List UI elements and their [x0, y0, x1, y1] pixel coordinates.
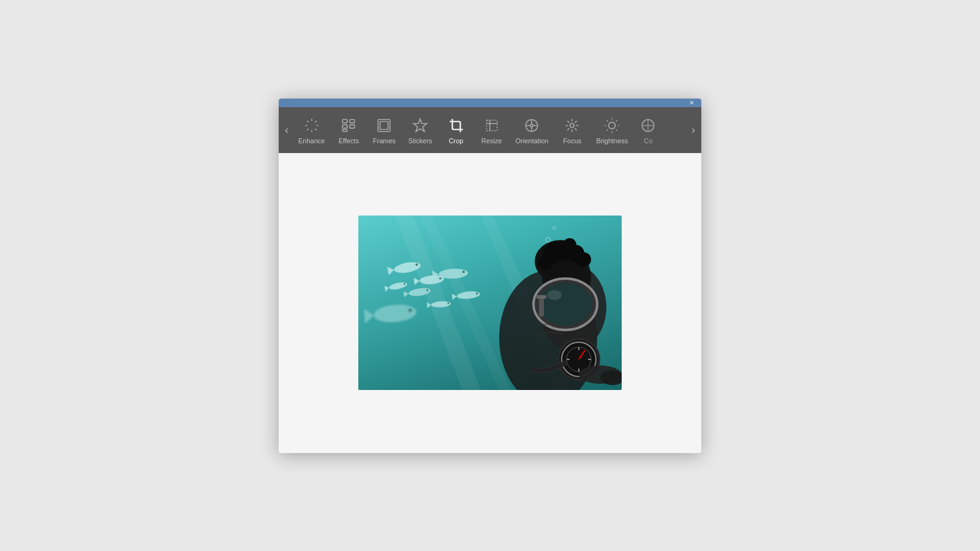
svg-line-35 — [607, 120, 608, 121]
svg-rect-11 — [350, 124, 355, 127]
svg-point-83 — [538, 256, 552, 271]
svg-line-29 — [575, 128, 577, 130]
stickers-icon — [412, 116, 428, 135]
svg-line-28 — [568, 121, 570, 122]
resize-label: Resize — [481, 137, 502, 144]
tool-frames[interactable]: Frames — [366, 112, 402, 148]
enhance-label: Enhance — [298, 137, 325, 144]
frames-label: Frames — [373, 137, 396, 144]
resize-icon — [484, 116, 500, 135]
tool-orientation[interactable]: Orientation — [510, 112, 555, 148]
svg-line-30 — [568, 128, 570, 130]
svg-line-36 — [616, 129, 617, 130]
toolbar-prev-button[interactable]: ‹ — [281, 107, 292, 153]
toolbar: ‹ Enhance — [279, 107, 701, 153]
svg-point-32 — [609, 122, 616, 129]
photo-canvas — [358, 216, 622, 390]
svg-point-85 — [563, 238, 576, 252]
svg-rect-91 — [537, 295, 546, 299]
svg-rect-16 — [486, 120, 497, 130]
close-button[interactable]: × — [689, 99, 694, 107]
svg-rect-9 — [350, 119, 355, 122]
tools-row: Enhance Effects — [292, 112, 688, 148]
crop-label: Crop — [449, 137, 464, 144]
orientation-label: Orientation — [516, 137, 549, 144]
tool-color[interactable]: Co — [634, 112, 662, 148]
svg-point-18 — [530, 124, 533, 126]
brightness-icon — [604, 116, 620, 135]
effects-icon — [341, 116, 356, 135]
tool-focus[interactable]: Focus — [554, 112, 590, 148]
tool-crop[interactable]: Crop — [439, 112, 474, 148]
color-label: Co — [644, 137, 652, 144]
photo-image — [358, 216, 622, 390]
svg-line-31 — [575, 121, 577, 122]
color-icon — [640, 116, 656, 135]
svg-rect-8 — [343, 119, 348, 122]
tool-enhance[interactable]: Enhance — [292, 112, 331, 148]
focus-label: Focus — [563, 137, 581, 144]
modal-body — [279, 153, 701, 453]
svg-line-40 — [616, 120, 617, 121]
svg-point-84 — [547, 242, 562, 257]
svg-line-39 — [607, 129, 608, 130]
svg-line-4 — [307, 121, 308, 122]
svg-line-6 — [307, 129, 308, 130]
svg-line-7 — [315, 121, 316, 122]
tool-stickers[interactable]: Stickers — [402, 112, 438, 148]
svg-point-23 — [570, 123, 575, 127]
effects-label: Effects — [339, 137, 359, 144]
enhance-icon — [304, 116, 320, 135]
tool-resize[interactable]: Resize — [474, 112, 510, 148]
svg-point-89 — [547, 290, 562, 300]
tool-effects[interactable]: Effects — [331, 112, 366, 148]
svg-rect-14 — [380, 121, 388, 129]
crop-icon — [448, 116, 464, 135]
orientation-icon — [524, 116, 540, 135]
brightness-label: Brightness — [596, 137, 628, 144]
focus-icon — [564, 116, 580, 135]
frames-icon — [376, 116, 392, 135]
svg-rect-12 — [343, 129, 348, 131]
svg-point-82 — [576, 252, 591, 267]
svg-rect-10 — [343, 124, 348, 127]
svg-line-5 — [315, 129, 316, 130]
toolbar-next-button[interactable]: › — [688, 107, 699, 153]
tool-brightness[interactable]: Brightness — [590, 112, 634, 148]
modal-titlebar: × — [279, 99, 701, 107]
stickers-label: Stickers — [408, 137, 432, 144]
photo-editor-modal: × ‹ — [279, 99, 701, 453]
svg-point-88 — [538, 283, 592, 326]
svg-marker-15 — [413, 119, 427, 132]
